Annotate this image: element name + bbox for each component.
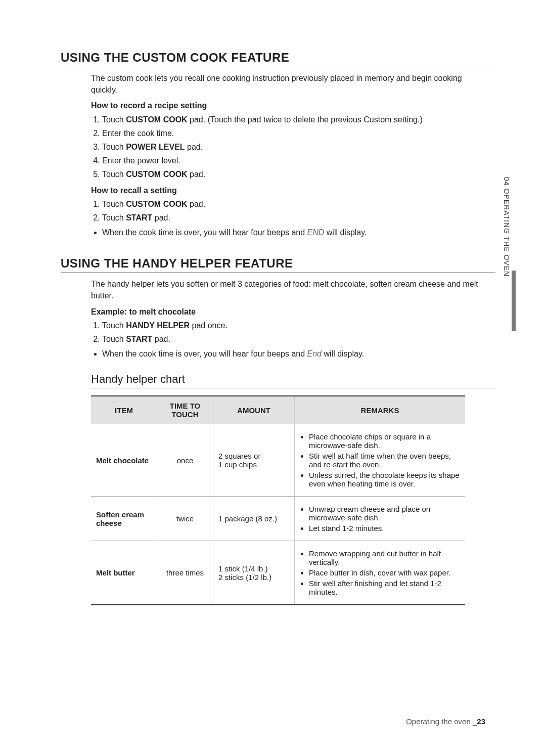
handy-helper-intro: The handy helper lets you soften or melt…	[91, 278, 485, 301]
th-time: TIME TO TOUCH	[157, 396, 213, 424]
text: Touch	[102, 213, 126, 222]
example-note: When the cook time is over, you will hea…	[91, 348, 485, 360]
section-custom-cook-title: USING THE CUSTOM COOK FEATURE	[61, 51, 495, 67]
text: 2 sticks (1/2 lb.)	[218, 573, 289, 582]
text: pad.	[188, 170, 206, 179]
custom-cook-intro: The custom cook lets you recall one cook…	[91, 72, 485, 96]
cell-remarks: Place chocolate chips or square in a mic…	[295, 424, 466, 497]
manual-page: 04 OPERATING THE OVEN USING THE CUSTOM C…	[0, 0, 546, 756]
italic-text: End	[307, 349, 322, 358]
remark-item: Unless stirred, the chocolate keeps its …	[309, 471, 460, 488]
cell-time: once	[157, 424, 213, 497]
recall-step-1: Touch CUSTOM COOK pad.	[102, 198, 485, 210]
bold-text: CUSTOM COOK	[126, 115, 187, 124]
text: When the cook time is over, you will hea…	[102, 228, 307, 237]
remark-item: Let stand 1-2 minutes.	[309, 524, 460, 532]
cell-item: Soften cream cheese	[91, 497, 157, 541]
record-step-3: Touch POWER LEVEL pad.	[102, 141, 485, 153]
remark-item: Unwrap cream cheese and place on microwa…	[309, 505, 460, 522]
record-steps: Touch CUSTOM COOK pad. (Touch the pad tw…	[91, 114, 485, 181]
remark-item: Place chocolate chips or square in a mic…	[309, 432, 460, 450]
page-footer: Operating the oven _23	[406, 717, 485, 726]
text: 2 squares or	[218, 452, 289, 460]
text: When the cook time is over, you will hea…	[102, 349, 307, 358]
recall-note: When the cook time is over, you will hea…	[91, 227, 485, 238]
text: pad.	[152, 213, 170, 222]
section-handy-helper-body: The handy helper lets you soften or melt…	[91, 278, 485, 360]
bold-text: POWER LEVEL	[126, 143, 185, 151]
text: pad.	[152, 335, 170, 343]
text: Touch	[102, 143, 126, 151]
text: Touch	[102, 115, 126, 124]
text: Touch	[102, 170, 126, 179]
table-row: Melt butter three times 1 stick (1/4 lb.…	[91, 541, 465, 605]
text: pad once.	[190, 321, 228, 330]
example-step-2: Touch START pad.	[102, 333, 485, 345]
table-header-row: ITEM TIME TO TOUCH AMOUNT REMARKS	[91, 396, 465, 424]
record-step-2: Enter the cook time.	[102, 127, 485, 139]
record-step-5: Touch CUSTOM COOK pad.	[102, 168, 485, 180]
handy-helper-chart: ITEM TIME TO TOUCH AMOUNT REMARKS Melt c…	[91, 395, 465, 605]
recall-steps: Touch CUSTOM COOK pad. Touch START pad.	[91, 198, 485, 224]
cell-time: three times	[157, 541, 213, 605]
text: will display.	[322, 349, 364, 358]
example-step-1: Touch HANDY HELPER pad once.	[102, 320, 485, 331]
page-number: 23	[477, 717, 485, 726]
cell-remarks: Unwrap cream cheese and place on microwa…	[295, 497, 466, 541]
bold-text: HANDY HELPER	[126, 321, 190, 330]
example-heading: Example: to melt chocolate	[91, 306, 485, 318]
record-step-4: Enter the power level.	[102, 155, 485, 166]
side-tab-label: 04 OPERATING THE OVEN	[503, 177, 511, 277]
bold-text: CUSTOM COOK	[126, 170, 187, 179]
remark-item: Place butter in dish, cover with wax pap…	[309, 568, 460, 577]
text: 1 package (8 oz.)	[218, 514, 289, 523]
example-note-item: When the cook time is over, you will hea…	[102, 348, 485, 360]
text: pad. (Touch the pad twice to delete the …	[188, 115, 423, 124]
section-custom-cook-body: The custom cook lets you recall one cook…	[91, 72, 485, 238]
footer-text: Operating the oven _	[406, 717, 477, 726]
bold-text: START	[126, 213, 152, 222]
cell-item: Melt butter	[91, 541, 157, 605]
example-steps: Touch HANDY HELPER pad once. Touch START…	[91, 320, 485, 345]
recall-note-item: When the cook time is over, you will hea…	[102, 227, 485, 238]
recall-heading: How to recall a setting	[91, 185, 485, 196]
text: Touch	[102, 335, 126, 343]
cell-time: twice	[157, 497, 213, 541]
text: pad.	[188, 200, 206, 208]
section-handy-helper-title: USING THE HANDY HELPER FEATURE	[61, 256, 495, 273]
remark-item: Stir well at half time when the oven bee…	[309, 452, 460, 469]
text: Touch	[102, 200, 126, 208]
cell-item: Melt chocolate	[91, 424, 157, 497]
record-step-1: Touch CUSTOM COOK pad. (Touch the pad tw…	[102, 114, 485, 125]
cell-remarks: Remove wrapping and cut butter in half v…	[295, 541, 466, 605]
record-heading: How to record a recipe setting	[91, 100, 485, 111]
table-row: Melt chocolate once 2 squares or 1 cup c…	[91, 424, 465, 497]
th-item: ITEM	[91, 396, 157, 424]
th-remarks: REMARKS	[295, 396, 466, 424]
remark-item: Stir well after finishing and let stand …	[309, 579, 460, 596]
cell-amount: 2 squares or 1 cup chips	[213, 424, 295, 497]
cell-amount: 1 package (8 oz.)	[213, 497, 295, 541]
text: Touch	[102, 321, 126, 330]
side-tab-indicator	[512, 271, 516, 331]
text: 1 stick (1/4 lb.)	[218, 564, 289, 573]
chart-title: Handy helper chart	[91, 373, 495, 388]
remark-item: Remove wrapping and cut butter in half v…	[309, 549, 460, 566]
bold-text: CUSTOM COOK	[126, 200, 187, 208]
text: 1 cup chips	[218, 460, 289, 469]
table-row: Soften cream cheese twice 1 package (8 o…	[91, 497, 465, 541]
cell-amount: 1 stick (1/4 lb.) 2 sticks (1/2 lb.)	[213, 541, 295, 605]
bold-text: START	[126, 335, 152, 343]
text: pad.	[185, 143, 203, 151]
text: will display.	[324, 228, 367, 237]
recall-step-2: Touch START pad.	[102, 212, 485, 224]
th-amount: AMOUNT	[213, 396, 295, 424]
italic-text: END	[307, 228, 325, 237]
